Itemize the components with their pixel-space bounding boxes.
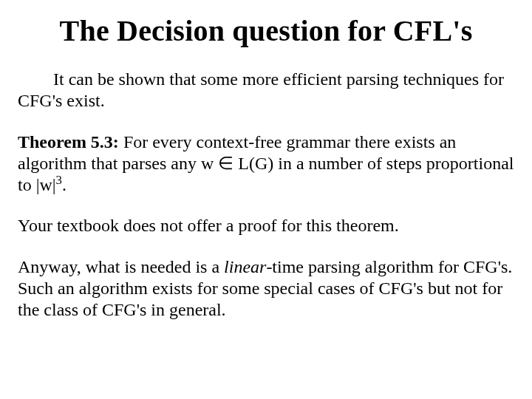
slide: The Decision question for CFL's It can b… (0, 0, 532, 399)
linear-paragraph: Anyway, what is needed is a linear-time … (18, 256, 514, 321)
linear-text-a: Anyway, what is needed is a (18, 257, 224, 276)
proof-note-paragraph: Your textbook does not offer a proof for… (18, 215, 514, 236)
theorem-text-c: . (62, 175, 66, 194)
slide-title: The Decision question for CFL's (18, 13, 514, 48)
theorem-label: Theorem 5.3: (18, 132, 119, 151)
intro-paragraph: It can be shown that some more efficient… (18, 69, 514, 112)
linear-word: linear (224, 257, 266, 276)
slide-body: It can be shown that some more efficient… (18, 69, 514, 321)
element-of-symbol: ∈ (218, 154, 233, 173)
exponent: 3 (56, 173, 62, 187)
theorem-paragraph: Theorem 5.3: For every context-free gram… (18, 132, 514, 197)
